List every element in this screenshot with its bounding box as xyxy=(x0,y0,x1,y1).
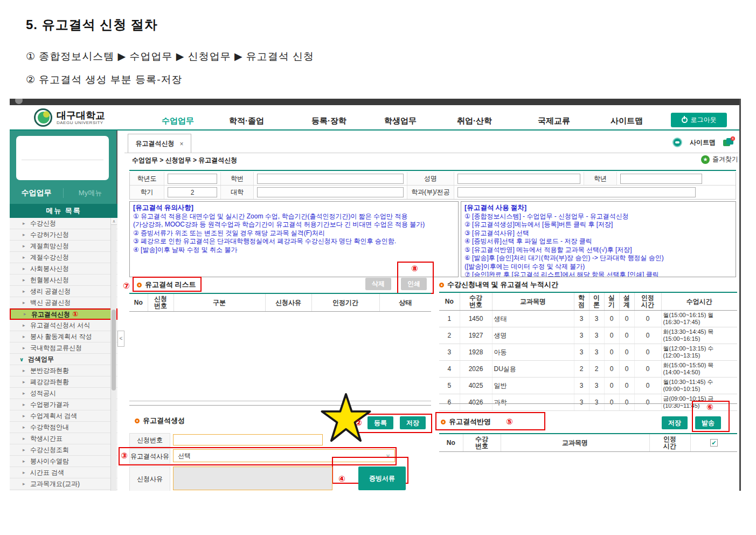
section-bullet-icon xyxy=(439,283,444,287)
annotation-badge-1: ① xyxy=(72,310,78,318)
table-row[interactable]: 64026과학33000금(09:00~10:15) 금(10:30~11:45… xyxy=(439,394,737,411)
table-row[interactable]: 21927생명33000화(13:30~14:45) 목(15:00~16:15… xyxy=(439,327,737,344)
scrollbar-thumb[interactable] xyxy=(112,310,116,390)
sidebar-item-timetable[interactable]: ▸학생시간표 xyxy=(10,433,117,444)
notice-line: ([발송]이후에는 데이터 수정 및 삭제 불가) xyxy=(464,263,732,271)
window-top-bar xyxy=(10,99,741,105)
sidebar-item-excused-absence[interactable]: ▸유고결석신청① xyxy=(10,308,117,320)
send-button[interactable]: 발송 xyxy=(695,416,721,429)
close-icon[interactable]: × xyxy=(179,140,183,148)
sidebar-item-credit-exchange[interactable]: ▸국내학점교류신청 xyxy=(10,342,117,354)
nav-student[interactable]: 학생업무 xyxy=(384,116,417,126)
section-bullet-icon xyxy=(137,283,142,287)
sidebar-item-sugang[interactable]: ▸수강신청 xyxy=(10,218,117,229)
nav-sitemap[interactable]: 사이트맵 xyxy=(611,116,643,126)
sidebar-scrollbar[interactable]: ∧ xyxy=(110,218,116,491)
notice-line: ① 유고결석 적용은 대면수업 및 실시간 Zoom 수업, 학습기간(출석인정… xyxy=(133,212,455,221)
col-no: No xyxy=(439,292,460,311)
popup-window-icon[interactable]: x xyxy=(723,138,734,147)
sidebar-menu: ▸수강신청 ▸수강허가신청 ▸계절희망신청 ▸계절수강신청 ▸사회봉사신청 ▸헌… xyxy=(10,218,117,491)
year-input[interactable] xyxy=(168,174,217,184)
sitemap-label[interactable]: 사이트맵 xyxy=(690,138,716,147)
sidebar-item-grade-post[interactable]: ▸성적공시 xyxy=(10,388,117,399)
request-no-input[interactable] xyxy=(173,434,323,445)
favorite-button[interactable]: ★ 즐겨찾기 xyxy=(701,155,738,164)
sidebar-item-volunteer[interactable]: ▸사회봉사신청 xyxy=(10,263,117,275)
detail-reason-textarea[interactable] xyxy=(173,467,332,490)
checkbox-checked-icon[interactable]: ✔ xyxy=(710,439,718,447)
name-input[interactable] xyxy=(457,174,580,184)
sidebar-item-closed-class[interactable]: ▸폐강강좌현황 xyxy=(10,376,117,388)
col-type: 구분 xyxy=(174,293,265,312)
arrow-icon: ▸ xyxy=(23,218,25,229)
sitemap-globe-icon[interactable] xyxy=(672,138,682,147)
nav-international[interactable]: 국제교류 xyxy=(538,116,570,126)
scroll-up-icon[interactable]: ∧ xyxy=(111,218,117,225)
sidebar-collapse-handle[interactable]: < xyxy=(117,331,124,347)
notice-line: ④ [발송]이후 날짜 수정 및 취소 불가 xyxy=(133,246,455,255)
arrow-icon: ▸ xyxy=(23,275,25,286)
col-recognized: 인정 시간 xyxy=(634,292,661,311)
sidebar-item-absence-form[interactable]: ▸유고결석신청서 서식 xyxy=(10,320,117,331)
table-row[interactable]: 54025일반33000월(10:30~11:45) 수(09:00~10:15… xyxy=(439,378,737,394)
arrow-icon: ▸ xyxy=(23,399,25,410)
nav-classes[interactable]: 수업업무 xyxy=(162,116,194,126)
sidebar-tab-classes[interactable]: 수업업무 xyxy=(10,188,64,198)
delete-button[interactable]: 삭제 xyxy=(365,278,391,290)
notice-cautions: [유고결석 유의사항] ① 유고결석 적용은 대면수업 및 실시간 Zoom 수… xyxy=(129,201,459,277)
sidebar-item-syllabus-search[interactable]: ▸수업계획서 검색 xyxy=(10,410,117,422)
grade-input[interactable] xyxy=(620,174,702,184)
sidebar-group-search[interactable]: ∨검색업무 xyxy=(10,354,117,365)
notice-line: ⑥ [발송]후 [승인]처리 대기(학과(부)장 승인) -> 단과대학 행정실… xyxy=(464,254,732,263)
nav-registration[interactable]: 등록·장학 xyxy=(311,116,346,126)
table-row[interactable]: 42026DU실용22000화(15:00~15:50) 목(14:00~14:… xyxy=(439,361,737,378)
logout-button[interactable]: 로그아웃 xyxy=(671,113,727,127)
student-id-input[interactable] xyxy=(257,174,404,184)
sidebar-item-timetable-search[interactable]: ▸시간표 검색 xyxy=(10,467,117,478)
arrow-icon: ▸ xyxy=(23,241,25,252)
absence-reason-select[interactable]: 선택 ∨ xyxy=(173,449,395,462)
sidebar-item-season-sugang[interactable]: ▸계절수강신청 xyxy=(10,252,117,263)
sidebar-item-period-absence[interactable]: ▸생리 공결신청 xyxy=(10,286,117,297)
logo-title: 대구대학교 xyxy=(57,111,105,120)
absence-list-empty-body xyxy=(129,312,431,401)
evidence-button[interactable]: 증빙서류 xyxy=(358,467,406,490)
nav-career[interactable]: 취업·산학 xyxy=(457,116,492,126)
notice-line: ② 증빙서류가 위조 또는 변조된 것일 경우 해당 교과목 실격(F)처리 xyxy=(133,229,455,238)
arrow-icon: ▸ xyxy=(23,320,25,331)
tabbar-divider xyxy=(124,153,739,153)
table-row[interactable]: 31928아동33000월(12:00~13:15) 수(12:00~13:15… xyxy=(439,344,737,361)
select-arrow-icon: ∨ xyxy=(386,452,390,459)
college-input[interactable] xyxy=(257,187,404,197)
sidebar-item-volunteer-view[interactable]: ▸봉사이수열람 xyxy=(10,456,117,467)
sidebar-item-credit-guide[interactable]: ▸수강학점안내 xyxy=(10,422,117,433)
doc-step-2: ② 유고결석 생성 부분 등록-저장 xyxy=(26,73,182,87)
print-button[interactable]: 인쇄 xyxy=(401,278,427,290)
sidebar: 수업업무 My메뉴 메뉴 목록 ▸수강신청 ▸수강허가신청 ▸계절희망신청 ▸계… xyxy=(10,131,117,491)
sidebar-info-card xyxy=(16,136,109,180)
term-input[interactable]: 2 xyxy=(168,187,217,197)
tab-excused-absence[interactable]: 유고결석신청 × xyxy=(128,134,191,153)
notice-procedure: [유고결석 사용 절차] ① [종합정보시스템] - 수업업무 - 신청업무 -… xyxy=(461,201,736,277)
sidebar-item-course-outline[interactable]: ▸교과목개요(교과) xyxy=(10,478,117,490)
sidebar-item-class-status[interactable]: ▸분반강좌현황 xyxy=(10,365,117,376)
sidebar-item-blood[interactable]: ▸헌혈봉사신청 xyxy=(10,275,117,286)
nav-records[interactable]: 학적·졸업 xyxy=(229,116,264,126)
notice-line: ④ [증빙서류]선택 후 파일 업로드 - 저장 클릭 xyxy=(464,237,732,246)
notice-line: ① [종합정보시스템] - 수업업무 - 신청업무 - 유고결석신청 xyxy=(464,212,732,221)
sidebar-tab-mymenu[interactable]: My메뉴 xyxy=(64,188,117,198)
apply-save-button[interactable]: 저장 xyxy=(662,416,688,429)
sidebar-item-clipped[interactable]: ▸취업전지추경 xyxy=(10,490,117,491)
save-button[interactable]: 저장 xyxy=(400,416,426,429)
major-input[interactable] xyxy=(457,187,696,197)
sidebar-item-sugang-lookup[interactable]: ▸수강신청조회 xyxy=(10,444,117,456)
col-credit: 학 점 xyxy=(574,292,589,311)
sidebar-item-vaccine-absence[interactable]: ▸백신 공결신청 xyxy=(10,297,117,308)
university-logo[interactable]: 대구대학교 DAEGU UNIVERSITY xyxy=(34,108,105,127)
sidebar-item-season-hope[interactable]: ▸계절희망신청 xyxy=(10,241,117,252)
table-row[interactable]: 11450생태33000월(15:00~16:15) 월(16:30~17:45… xyxy=(439,311,737,327)
sidebar-item-sugang-permit[interactable]: ▸수강허가신청 xyxy=(10,229,117,241)
annotation-badge-5: ⑤ xyxy=(506,417,513,427)
sidebar-item-eval-result[interactable]: ▸수업평가결과 xyxy=(10,399,117,410)
sidebar-item-volunteer-plan[interactable]: ▸봉사 활동계획서 작성 xyxy=(10,331,117,342)
